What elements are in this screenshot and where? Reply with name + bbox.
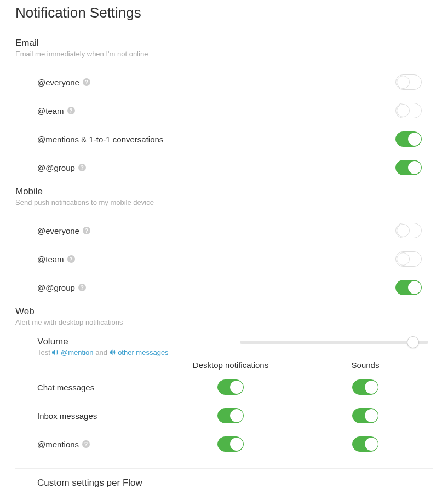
desktop-notifications-toggle[interactable]	[217, 436, 244, 452]
email-row: @@group?	[15, 153, 433, 182]
sounds-toggle[interactable]	[352, 436, 378, 452]
help-icon[interactable]: ?	[83, 227, 90, 234]
web-section-title: Web	[15, 306, 433, 317]
email-row: @team?	[15, 96, 433, 125]
help-icon[interactable]: ?	[67, 107, 75, 114]
mobile-toggle[interactable]	[395, 223, 422, 238]
mobile-row: @@group?	[15, 273, 433, 302]
web-row: Chat messages	[15, 373, 433, 401]
volume-slider-knob[interactable]	[407, 336, 419, 348]
email-section-title: Email	[15, 38, 433, 49]
mobile-row-label: @everyone?	[37, 226, 334, 235]
sound-icon	[110, 349, 116, 357]
sounds-toggle[interactable]	[352, 408, 378, 423]
web-section-desc: Alert me with desktop notifications	[15, 318, 433, 326]
mobile-row-label: @team?	[37, 255, 334, 264]
volume-test-prefix: Test	[37, 348, 50, 356]
test-other-link[interactable]: other messages	[110, 348, 169, 356]
desktop-notifications-toggle[interactable]	[217, 408, 244, 423]
mobile-toggle[interactable]	[395, 251, 422, 267]
mobile-row-label: @@group?	[37, 283, 334, 292]
test-mention-link[interactable]: @mention	[52, 348, 95, 356]
help-icon[interactable]: ?	[67, 255, 75, 263]
row-label-text: @@group	[37, 283, 75, 292]
desktop-notifications-toggle[interactable]	[217, 379, 244, 395]
email-toggle[interactable]	[395, 103, 422, 118]
custom-settings-block: Custom settings per Flow Customize your …	[15, 468, 433, 489]
mobile-toggle[interactable]	[395, 280, 422, 295]
row-label-text: @mentions	[37, 440, 79, 449]
sound-icon	[52, 349, 59, 357]
email-row-label: @team?	[37, 106, 334, 116]
row-label-text: Chat messages	[37, 383, 94, 392]
help-icon[interactable]: ?	[82, 440, 90, 448]
email-row-label: @mentions & 1-to-1 conversations	[37, 135, 334, 144]
email-toggle[interactable]	[395, 74, 422, 90]
mobile-row: @everyone?	[15, 216, 433, 245]
email-section: Email Email me immediately when I'm not …	[15, 38, 433, 182]
mobile-section: Mobile Send push notifications to my mob…	[15, 186, 433, 302]
sounds-header: Sounds	[298, 360, 433, 370]
email-toggle[interactable]	[395, 131, 422, 147]
email-row: @mentions & 1-to-1 conversations	[15, 125, 433, 153]
web-row-label: Inbox messages	[37, 411, 163, 421]
web-row-label: Chat messages	[37, 383, 163, 392]
email-row-label: @everyone?	[37, 78, 334, 87]
help-icon[interactable]: ?	[78, 284, 86, 291]
help-icon[interactable]: ?	[78, 164, 86, 171]
web-section: Web Alert me with desktop notifications …	[15, 306, 433, 489]
mobile-section-desc: Send push notifications to my mobile dev…	[15, 198, 433, 206]
help-icon[interactable]: ?	[83, 78, 90, 86]
row-label-text: @everyone	[37, 226, 79, 235]
row-label-text: @everyone	[37, 78, 79, 87]
email-row: @everyone?	[15, 68, 433, 96]
row-label-text: @@group	[37, 163, 75, 172]
email-row-label: @@group?	[37, 163, 334, 172]
sounds-toggle[interactable]	[352, 379, 378, 395]
row-label-text: @team	[37, 106, 64, 116]
custom-settings-title: Custom settings per Flow	[37, 478, 433, 488]
mobile-section-title: Mobile	[15, 186, 433, 197]
volume-test-line: Test @mention and other messages	[37, 348, 229, 357]
web-row: @mentions?	[15, 430, 433, 458]
desktop-notifications-header: Desktop notifications	[163, 360, 298, 370]
row-label-text: @team	[37, 255, 64, 264]
web-row-label: @mentions?	[37, 440, 163, 449]
page-title: Notification Settings	[15, 4, 433, 21]
row-label-text: Inbox messages	[37, 411, 97, 421]
volume-slider[interactable]	[240, 341, 428, 344]
row-label-text: @mentions & 1-to-1 conversations	[37, 135, 163, 144]
volume-test-and: and	[95, 348, 107, 356]
mobile-row: @team?	[15, 245, 433, 273]
email-toggle[interactable]	[395, 160, 422, 175]
volume-title: Volume	[37, 336, 229, 347]
email-section-desc: Email me immediately when I'm not online	[15, 50, 433, 58]
web-row: Inbox messages	[15, 401, 433, 430]
